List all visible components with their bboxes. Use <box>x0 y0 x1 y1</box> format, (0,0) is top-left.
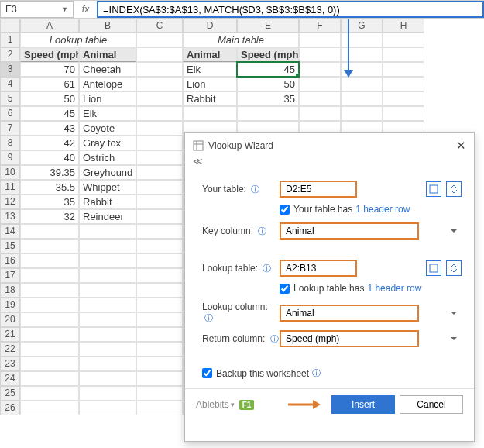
row-header[interactable]: 17 <box>0 268 20 283</box>
cell[interactable] <box>136 283 183 298</box>
cell[interactable] <box>20 371 79 386</box>
cell-speed[interactable]: 50 <box>20 91 79 106</box>
row-header[interactable]: 2 <box>0 47 20 62</box>
help-icon[interactable]: ⓘ <box>270 334 279 343</box>
cell-animal[interactable]: Rabbit <box>79 195 136 209</box>
expand-icon[interactable] <box>446 260 462 276</box>
row-header[interactable]: 24 <box>0 371 20 386</box>
row-header[interactable]: 6 <box>0 106 20 121</box>
cell[interactable] <box>136 77 183 91</box>
cell-selected[interactable]: 45 <box>237 62 299 77</box>
cell[interactable] <box>20 253 79 268</box>
cancel-button[interactable]: Cancel <box>400 395 463 414</box>
row-header[interactable]: 1 <box>0 33 20 47</box>
cell[interactable] <box>299 47 341 62</box>
chevron-down-icon[interactable]: ▾ <box>231 401 235 408</box>
col-header[interactable]: F <box>299 19 341 33</box>
row-header[interactable]: 19 <box>0 298 20 312</box>
lookup-table-header-checkbox[interactable] <box>280 284 290 294</box>
f1-help-badge[interactable]: F1 <box>239 400 255 410</box>
cell-speed[interactable]: 32 <box>20 209 79 224</box>
cell[interactable] <box>79 239 136 253</box>
cell-speed[interactable]: 45 <box>20 106 79 121</box>
cell[interactable] <box>299 106 341 121</box>
cell[interactable] <box>136 253 183 268</box>
cell[interactable] <box>299 33 341 47</box>
row-header[interactable]: 12 <box>0 195 20 209</box>
brand-label[interactable]: Ablebits <box>196 399 229 410</box>
cell[interactable] <box>341 33 383 47</box>
row-header[interactable]: 16 <box>0 253 20 268</box>
cell[interactable] <box>136 150 183 165</box>
cell[interactable] <box>20 357 79 371</box>
cell[interactable] <box>383 62 424 77</box>
cell[interactable] <box>20 386 79 401</box>
cell[interactable] <box>79 253 136 268</box>
cell[interactable] <box>136 298 183 312</box>
cell[interactable] <box>299 62 341 77</box>
cell[interactable] <box>79 357 136 371</box>
cell[interactable] <box>79 312 136 327</box>
lookup-column-select[interactable] <box>280 305 419 322</box>
cell[interactable] <box>20 283 79 298</box>
insert-button[interactable]: Insert <box>331 395 395 414</box>
col-header[interactable]: D <box>183 19 237 33</box>
cell[interactable] <box>136 357 183 371</box>
row-header[interactable]: 8 <box>0 136 20 150</box>
col-header[interactable]: H <box>383 19 424 33</box>
cell-animal[interactable]: Cheetah <box>79 62 136 77</box>
help-icon[interactable]: ⓘ <box>251 184 259 194</box>
row-header[interactable]: 18 <box>0 283 20 298</box>
cell[interactable] <box>237 106 299 121</box>
fx-icon[interactable]: fx <box>74 1 97 18</box>
cell-main-animal[interactable]: Elk <box>183 62 237 77</box>
cell-animal[interactable]: Greyhound <box>79 165 136 180</box>
cell[interactable] <box>20 268 79 283</box>
cell-speed[interactable]: 35.5 <box>20 180 79 195</box>
cell[interactable] <box>299 77 341 91</box>
header-rows-link[interactable]: 1 header row <box>355 204 410 215</box>
your-table-header-checkbox[interactable] <box>280 205 290 215</box>
close-icon[interactable]: ✕ <box>456 139 466 153</box>
cell[interactable] <box>136 224 183 239</box>
cell[interactable] <box>136 401 183 415</box>
cell[interactable] <box>183 106 237 121</box>
header-rows-link[interactable]: 1 header row <box>367 283 421 294</box>
row-header[interactable]: 20 <box>0 312 20 327</box>
cell-main-speed[interactable]: 50 <box>237 77 299 91</box>
cell[interactable] <box>136 180 183 195</box>
cell-animal[interactable]: Lion <box>79 91 136 106</box>
cell-main-animal[interactable]: Rabbit <box>183 91 237 106</box>
help-icon[interactable]: ⓘ <box>263 264 271 273</box>
back-icon[interactable]: ≪ <box>185 156 474 168</box>
cell-animal[interactable]: Elk <box>79 106 136 121</box>
cell[interactable] <box>136 195 183 209</box>
cell[interactable] <box>79 298 136 312</box>
cell[interactable] <box>20 342 79 357</box>
key-column-select[interactable] <box>280 222 419 240</box>
row-header[interactable]: 22 <box>0 342 20 357</box>
cell[interactable] <box>383 33 424 47</box>
cell[interactable] <box>79 224 136 239</box>
cell[interactable] <box>299 91 341 106</box>
row-header[interactable]: 14 <box>0 224 20 239</box>
row-header[interactable]: 15 <box>0 239 20 253</box>
cell-speed[interactable]: 42 <box>20 136 79 150</box>
row-header[interactable]: 5 <box>0 91 20 106</box>
row-header[interactable]: 7 <box>0 121 20 136</box>
help-icon[interactable]: ⓘ <box>312 367 321 379</box>
row-header[interactable]: 26 <box>0 401 20 415</box>
cell[interactable] <box>136 165 183 180</box>
col-header[interactable]: E <box>237 19 299 33</box>
help-icon[interactable]: ⓘ <box>204 313 213 322</box>
cell[interactable] <box>136 327 183 342</box>
name-box[interactable]: E3 ▼ <box>0 1 74 18</box>
cell[interactable] <box>136 386 183 401</box>
row-header[interactable]: 21 <box>0 327 20 342</box>
cell-main-speed[interactable]: 35 <box>237 91 299 106</box>
cell-speed[interactable]: 40 <box>20 150 79 165</box>
lookup-table-input[interactable] <box>280 260 357 277</box>
cell[interactable] <box>341 62 383 77</box>
cell-animal[interactable]: Ostrich <box>79 150 136 165</box>
row-header[interactable]: 11 <box>0 180 20 195</box>
